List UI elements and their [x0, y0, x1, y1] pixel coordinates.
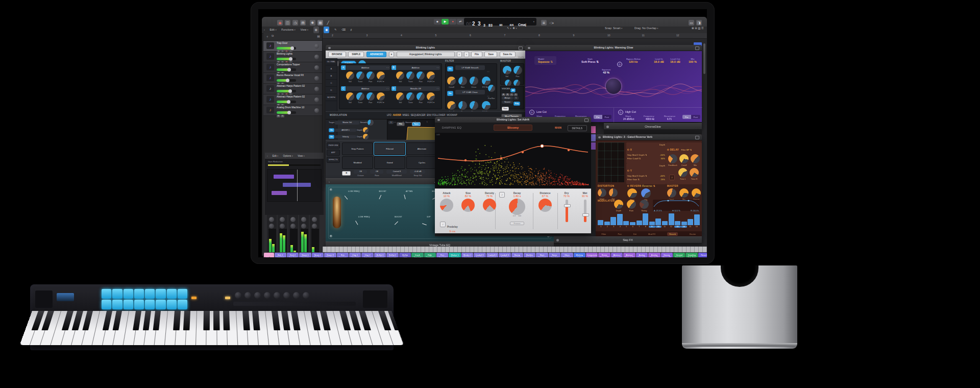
transform-pad-cell[interactable]: Filtered — [374, 142, 405, 155]
drum-pad[interactable] — [102, 289, 111, 299]
master-pan-knob[interactable] — [513, 66, 522, 75]
details-tab[interactable]: DETAILS — [568, 125, 587, 131]
preset-prev-icon[interactable]: ▾ — [389, 52, 394, 57]
distance-knob[interactable] — [538, 199, 552, 212]
main-tab[interactable]: MAIN — [551, 125, 566, 130]
region-cell[interactable]: Computatio ns Topper — [586, 253, 598, 257]
duplicate-track-button[interactable]: ⧉ — [272, 34, 274, 38]
region-cell[interactable]: Snare 1 Trap Door — [299, 253, 311, 257]
highcut-power-icon[interactable]: ⏻ — [618, 110, 623, 115]
drum-pad[interactable] — [167, 300, 177, 309]
black-key[interactable] — [203, 311, 209, 330]
source-type-select[interactable]: BAdditive‹ › — [391, 65, 440, 70]
strip-knob[interactable] — [269, 217, 274, 222]
model-select[interactable]: ModelSqueeze ⇅ — [534, 56, 556, 65]
track-volume-slider[interactable] — [277, 47, 296, 50]
step-bar[interactable] — [669, 213, 674, 225]
stepfx-tab[interactable]: Reverb — [667, 232, 678, 236]
expand-icon[interactable] — [519, 46, 523, 50]
mix-field[interactable]: Mix100 % — [689, 58, 697, 63]
mod-tabs[interactable]: LFO AHDSR MSEG SEQUENCER ENV FOLLOWER MO… — [387, 114, 457, 116]
region-cell[interactable]: Reverb — [698, 253, 707, 257]
distortion-knob[interactable] — [598, 188, 606, 197]
step-bar[interactable] — [675, 221, 680, 225]
loop-browser-icon[interactable]: ✺ — [310, 20, 315, 26]
time-button[interactable]: Time — [502, 107, 509, 111]
region-cell[interactable]: Clap 2 Trap Door — [361, 253, 373, 257]
close-icon[interactable] — [556, 239, 559, 241]
source-tune-knob[interactable] — [356, 71, 364, 80]
expand-icon[interactable] — [695, 46, 699, 50]
zoom-controls[interactable]: ⊞ ⊟ ▥ ☰ — [692, 27, 704, 30]
close-icon[interactable] — [606, 126, 609, 128]
strip-knob[interactable] — [312, 224, 317, 229]
channel-strip[interactable]: ▪▪ — [278, 215, 287, 257]
region-cell[interactable]: Abstract Harp..rn 02 — [611, 253, 623, 257]
master-knob[interactable] — [667, 188, 676, 198]
expand-icon[interactable] — [584, 118, 589, 122]
step-bar[interactable] — [655, 219, 661, 225]
strip-knob[interactable] — [301, 217, 306, 222]
perform-gear-button[interactable]: ⚙ — [342, 171, 351, 176]
delay-time-knob[interactable] — [690, 168, 699, 177]
drum-pad[interactable] — [102, 300, 111, 309]
channel-strip[interactable]: ▪▪ — [310, 215, 320, 257]
mix-slider[interactable] — [584, 200, 586, 222]
notes-icon[interactable]: ▭ — [689, 20, 694, 26]
source-vol-knob[interactable] — [346, 71, 354, 80]
track-row[interactable]: ♪ Abstract Harps Pattern 02 MS — [263, 94, 322, 105]
drum-pad[interactable] — [134, 300, 144, 309]
mod-on-button[interactable]: On — [329, 135, 334, 139]
strip-knob[interactable] — [301, 224, 306, 229]
step-sequencer[interactable] — [598, 212, 700, 225]
step-bar[interactable] — [694, 214, 700, 225]
rail-tab[interactable]: GLOBAL — [326, 58, 337, 65]
region-cell[interactable]: Growling Wub..Bass — [685, 253, 697, 257]
filter-fx-knob[interactable] — [482, 101, 491, 110]
source-pan-knob[interactable] — [366, 92, 375, 101]
verb-titlebar[interactable]: Blinking Lights: 3 - Gated Reverse Verb — [596, 134, 702, 140]
filter-fx-knob[interactable] — [482, 77, 491, 85]
source-vol-knob[interactable] — [396, 71, 404, 80]
transform-pad-cell[interactable]: Alternate — [406, 142, 437, 155]
mix-slider[interactable] — [566, 200, 568, 222]
master-volume-icon[interactable]: ◁⦁ — [549, 20, 554, 26]
drum-pad[interactable] — [156, 300, 165, 309]
mic-icon[interactable]: ♯ — [350, 27, 352, 33]
region-cell[interactable]: Kick 2 Trap Door — [287, 253, 299, 257]
prev-preset-icon[interactable]: ‹ — [457, 52, 462, 57]
vertical-scrollbar[interactable] — [703, 43, 705, 74]
step-bar[interactable] — [643, 213, 648, 225]
track-row[interactable]: ♪ Analog Drum Machine 10 MS — [263, 105, 322, 116]
rail-tab[interactable]: D — [326, 87, 337, 94]
track-volume-slider[interactable] — [277, 79, 296, 82]
mod-source-select[interactable]: Velocity — [335, 135, 356, 138]
decay-sync-icon[interactable]: ♪ — [499, 192, 505, 198]
filter-cutoff-knob[interactable] — [447, 77, 456, 85]
region-cell[interactable]: Kick 1 Trap Door — [275, 253, 286, 257]
source-tune-knob[interactable] — [356, 92, 364, 101]
lowcut-power-icon[interactable]: ⏻ — [529, 110, 534, 115]
browse-tab[interactable]: BROWSE — [328, 52, 346, 57]
step-bar[interactable] — [623, 221, 629, 225]
mod-route-select[interactable]: Filter Cutoff — [627, 157, 639, 160]
drum-pad[interactable] — [112, 300, 122, 309]
strip-knob[interactable] — [280, 217, 285, 222]
add-track-button[interactable]: ＋ — [265, 34, 269, 39]
black-key[interactable] — [223, 311, 230, 330]
region-cell[interactable]: Hi-Hat 1 Trap Door — [374, 253, 386, 257]
region-cell[interactable]: Rim Trap Door — [337, 253, 349, 257]
source-f1f2-knob[interactable] — [377, 92, 385, 101]
mixer-icon[interactable]: ▤ — [300, 20, 306, 26]
step-bar[interactable] — [649, 222, 655, 225]
file-button[interactable]: File — [471, 52, 482, 57]
region-cell[interactable]: Noise Trap Door — [549, 253, 560, 257]
rail-tab[interactable]: A — [326, 65, 337, 72]
source-pan-knob[interactable] — [416, 92, 425, 101]
distortion-knob[interactable] — [609, 188, 618, 197]
play-button[interactable]: ▶ — [442, 19, 449, 25]
track-volume-slider[interactable] — [277, 90, 296, 92]
stepfx-tab[interactable]: Pan — [618, 233, 622, 235]
source-pan-knob[interactable] — [366, 71, 375, 80]
mod-depth-knob[interactable] — [363, 127, 369, 133]
